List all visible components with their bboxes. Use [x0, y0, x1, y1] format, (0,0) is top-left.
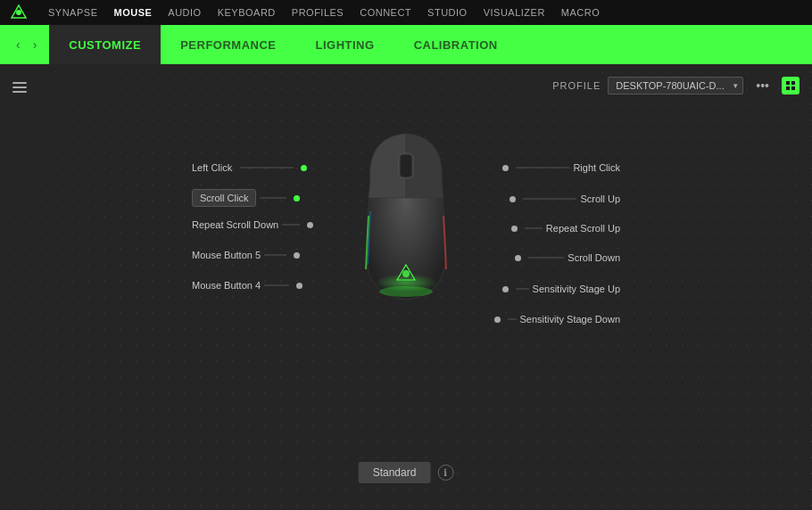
mouse-button-4-dot[interactable] [296, 283, 302, 289]
scroll-click-button[interactable]: Scroll Click [192, 189, 256, 207]
label-repeat-scroll-down: Repeat Scroll Down [192, 219, 317, 230]
nav-arrows: ‹ › [12, 36, 40, 53]
label-sensitivity-stage-down: Sensitivity Stage Down [491, 314, 621, 325]
svg-point-17 [402, 270, 410, 277]
left-click-dot[interactable] [301, 165, 307, 171]
sensitivity-stage-down-text: Sensitivity Stage Down [520, 314, 621, 325]
profile-select[interactable]: DESKTOP-780UAIC-D... [608, 77, 743, 95]
profile-bar: PROFILE DESKTOP-780UAIC-D... ••• [552, 77, 800, 95]
nav-macro[interactable]: MACRO [561, 7, 600, 18]
top-navigation: SYNAPSE MOUSE AUDIO KEYBOARD PROFILES CO… [0, 0, 812, 25]
label-repeat-scroll-up: Repeat Scroll Up [508, 223, 620, 234]
nav-synapse[interactable]: SYNAPSE [48, 7, 97, 18]
right-click-dot[interactable] [502, 165, 509, 171]
label-mouse-button-5: Mouse Button 5 [192, 250, 303, 260]
label-scroll-click: Scroll Click [192, 189, 303, 207]
scroll-down-text: Scroll Down [568, 252, 620, 263]
nav-visualizer[interactable]: VISUALIZER [484, 7, 545, 18]
mouse-button-5-dot[interactable] [294, 252, 300, 259]
profile-more-button[interactable]: ••• [750, 77, 775, 95]
info-icon[interactable]: ℹ [437, 465, 453, 481]
left-click-text: Left Click [192, 162, 232, 173]
nav-studio[interactable]: STUDIO [427, 7, 468, 18]
main-content: PROFILE DESKTOP-780UAIC-D... ••• Left Cl… [0, 64, 812, 510]
arrow-forward[interactable]: › [29, 36, 41, 53]
tab-bar: ‹ › CUSTOMIZE PERFORMANCE LIGHTING CALIB… [0, 25, 812, 64]
scroll-down-dot[interactable] [515, 255, 521, 261]
svg-rect-3 [786, 81, 790, 85]
repeat-scroll-up-dot[interactable] [511, 226, 518, 232]
svg-rect-13 [401, 155, 411, 177]
menu-icon[interactable] [12, 82, 27, 93]
svg-rect-4 [791, 81, 795, 85]
profile-icon[interactable] [782, 77, 800, 95]
sensitivity-stage-up-text: Sensitivity Stage Up [533, 284, 620, 294]
nav-keyboard[interactable]: KEYBOARD [218, 7, 276, 18]
standard-button-area: Standard ℹ [359, 462, 454, 483]
svg-point-15 [379, 286, 433, 297]
standard-button[interactable]: Standard [359, 462, 431, 483]
repeat-scroll-down-dot[interactable] [307, 222, 313, 228]
nav-mouse[interactable]: MOUSE [113, 7, 152, 18]
tab-customize[interactable]: CUSTOMIZE [49, 25, 161, 64]
label-left-click: Left Click [192, 162, 311, 173]
tab-lighting[interactable]: LIGHTING [296, 25, 394, 64]
profile-select-wrapper: DESKTOP-780UAIC-D... [608, 77, 743, 95]
right-click-text: Right Click [573, 162, 620, 173]
sensitivity-down-dot[interactable] [494, 317, 501, 323]
nav-profiles[interactable]: PROFILES [292, 7, 344, 18]
label-sensitivity-stage-up: Sensitivity Stage Up [499, 284, 620, 294]
repeat-scroll-down-text: Repeat Scroll Down [192, 219, 278, 230]
svg-point-2 [16, 10, 21, 15]
tab-performance[interactable]: PERFORMANCE [161, 25, 295, 64]
svg-rect-5 [786, 86, 790, 90]
label-right-click: Right Click [499, 162, 620, 173]
nav-audio[interactable]: AUDIO [168, 7, 201, 18]
scroll-up-text: Scroll Up [580, 193, 620, 204]
svg-rect-6 [791, 86, 795, 90]
scroll-click-dot[interactable] [294, 195, 300, 202]
mouse-button-4-text: Mouse Button 4 [192, 280, 261, 291]
label-mouse-button-4: Mouse Button 4 [192, 280, 306, 291]
nav-connect[interactable]: CONNECT [360, 7, 411, 18]
razer-logo[interactable] [9, 3, 29, 22]
mouse-diagram: Left Click Scroll Click Repeat Scroll Do… [183, 109, 629, 412]
repeat-scroll-up-text: Repeat Scroll Up [546, 223, 620, 234]
arrow-back[interactable]: ‹ [12, 36, 24, 53]
scroll-up-dot[interactable] [510, 196, 516, 202]
mouse-button-5-text: Mouse Button 5 [192, 250, 261, 260]
profile-label: PROFILE [552, 80, 601, 91]
label-scroll-down: Scroll Down [511, 252, 620, 263]
sensitivity-up-dot[interactable] [502, 286, 509, 292]
mouse-image [352, 127, 460, 308]
tab-calibration[interactable]: CALIBRATION [394, 25, 518, 64]
label-scroll-up: Scroll Up [506, 193, 620, 204]
